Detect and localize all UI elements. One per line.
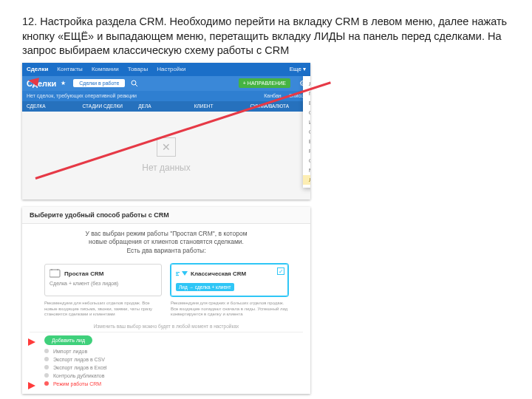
- filter-dropdown[interactable]: Сделки в работе: [73, 79, 125, 87]
- status-row: Нет сделок, требующих оперативной реакци…: [22, 91, 310, 101]
- col-stages: СТАДИИ СДЕЛКИ: [83, 103, 139, 109]
- action-links: Добавить лид Импорт лидов Экспорт лидов …: [22, 332, 310, 394]
- svg-rect-6: [176, 273, 178, 274]
- screenshot-crm-mode-dialog: Выберите удобный способ работы с CRM У в…: [22, 207, 310, 394]
- menu-start[interactable]: Старт: [303, 156, 310, 166]
- card-simple-title: Простая CRM: [64, 270, 103, 277]
- dot-icon: [44, 365, 49, 369]
- recommendations: Рекомендуем для небольших отделов продаж…: [22, 299, 310, 322]
- dialog-description: У вас выбран режим работы "Простая CRM",…: [22, 224, 310, 261]
- screenshot-crm-deals: Сделки Контакты Компании Товары Настройк…: [22, 63, 310, 200]
- menu-history[interactable]: История: [303, 117, 310, 127]
- search-icon[interactable]: [129, 78, 140, 89]
- svg-rect-2: [50, 270, 60, 277]
- link-import[interactable]: Импорт лидов: [44, 347, 288, 355]
- link-export-excel[interactable]: Экспорт лидов в Excel: [44, 364, 288, 372]
- menu-feed[interactable]: Лента: [303, 79, 310, 89]
- dot-red-icon: [44, 381, 49, 386]
- menu-funnel[interactable]: Воронка продаж: [303, 98, 310, 108]
- empty-body: ✕ Нет данных: [22, 112, 310, 200]
- link-dup-label: Контроль дубликатов: [53, 373, 104, 378]
- menu-mytasks[interactable]: Мои дела: [303, 166, 310, 175]
- col-deal: СДЕЛКА: [27, 103, 83, 109]
- card-simple-crm[interactable]: Простая CRM Сделка + клиент (без лидов): [44, 264, 162, 296]
- toolbar-row: Сделки ★ Сделки в работе + НАПРАВЛЕНИЕ ⚙: [22, 76, 310, 91]
- svg-rect-7: [176, 275, 179, 276]
- nav-contacts[interactable]: Контакты: [57, 66, 83, 72]
- screenshot-1-wrapper: Сделки Контакты Компании Товары Настройк…: [22, 63, 510, 200]
- classic-crm-icon: [176, 269, 188, 278]
- link-crm-mode-label: Режим работы CRM: [53, 381, 101, 386]
- svg-point-0: [132, 81, 136, 85]
- red-arrow-icon: [28, 338, 35, 346]
- menu-forms[interactable]: CRM-формы: [303, 127, 310, 137]
- menu-reports[interactable]: Отчёты: [303, 108, 310, 117]
- rec-classic: Рекомендуем для средних и больших отдело…: [171, 301, 288, 318]
- empty-icon: ✕: [157, 137, 176, 157]
- desc-line-2: новые обращения от клиентов становятся с…: [89, 238, 244, 245]
- svg-rect-5: [176, 272, 180, 273]
- top-nav: Сделки Контакты Компании Товары Настройк…: [22, 63, 310, 76]
- rec-simple: Рекомендуем для небольших отделов продаж…: [44, 301, 162, 318]
- svg-marker-8: [182, 271, 188, 276]
- card-classic-title: Классическая CRM: [191, 270, 246, 277]
- menu-leads-highlighted[interactable]: Лиды: [303, 175, 310, 185]
- nav-products[interactable]: Товары: [128, 66, 149, 72]
- nav-deals[interactable]: Сделки: [27, 66, 48, 72]
- annotation-arrow-head: [27, 76, 39, 86]
- check-icon: ✓: [277, 267, 284, 275]
- col-tasks: ДЕЛА: [138, 103, 194, 109]
- card-simple-sub: Сделка + клиент (без лидов): [50, 281, 157, 286]
- svg-line-1: [136, 84, 138, 86]
- footer-note: Изменить ваш выбор можно будет в любой м…: [22, 322, 310, 332]
- instruction-text: 12. Настройка раздела CRM. Необходимо пе…: [22, 15, 510, 58]
- link-csv-label: Экспорт лидов в CSV: [53, 357, 105, 362]
- dot-icon: [44, 357, 49, 361]
- nav-settings[interactable]: Настройки: [157, 66, 185, 72]
- chevron-down-icon: ▾: [303, 66, 306, 72]
- no-data-text: Нет данных: [142, 163, 190, 173]
- link-excel-label: Экспорт лидов в Excel: [53, 365, 107, 370]
- link-import-label: Импорт лидов: [53, 349, 87, 354]
- simple-crm-icon: [50, 269, 61, 278]
- col-client: КЛИЕНТ: [194, 103, 250, 109]
- nav-more[interactable]: Еще ▾: [290, 66, 306, 72]
- link-crm-mode[interactable]: Режим работы CRM: [44, 380, 288, 388]
- nav-more-label: Еще: [290, 66, 301, 72]
- add-lead-button[interactable]: Добавить лид: [44, 335, 92, 345]
- star-icon[interactable]: ★: [61, 80, 66, 86]
- link-duplicates[interactable]: Контроль дубликатов: [44, 372, 288, 380]
- desc-line-1: У вас выбран режим работы "Простая CRM",…: [85, 230, 247, 237]
- add-direction-button[interactable]: + НАПРАВЛЕНИЕ: [239, 78, 290, 88]
- dot-icon: [44, 373, 49, 378]
- red-arrow-icon-2: [28, 382, 35, 389]
- dot-icon: [44, 349, 49, 353]
- nav-companies[interactable]: Компании: [92, 66, 119, 72]
- mode-cards: Простая CRM Сделка + клиент (без лидов) …: [22, 261, 310, 299]
- card-classic-tag: Лид → сделка + клиент: [176, 283, 234, 291]
- status-text: Нет сделок, требующих оперативной реакци…: [27, 93, 137, 98]
- more-dropdown-menu: Лента Предложения Воронка продаж Отчёты …: [303, 76, 310, 188]
- desc-line-3: Есть два варианта работы:: [126, 247, 205, 254]
- menu-face[interactable]: Face-трекер: [303, 146, 310, 156]
- link-export-csv[interactable]: Экспорт лидов в CSV: [44, 355, 288, 364]
- dialog-header: Выберите удобный способ работы с CRM: [22, 207, 310, 224]
- menu-widget[interactable]: Виджет на сайт: [303, 137, 310, 146]
- card-classic-crm[interactable]: ✓ Классическая CRM Лид → сделка + клиент: [171, 264, 288, 296]
